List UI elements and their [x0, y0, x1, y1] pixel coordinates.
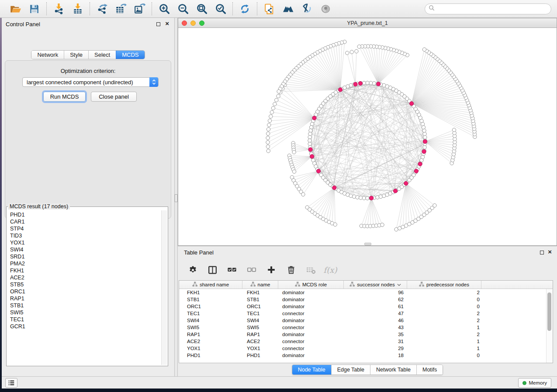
mcds-result-item[interactable]: TID3 [10, 232, 160, 239]
table-cell: 1 [407, 338, 481, 345]
float-window-icon[interactable] [540, 251, 544, 254]
import-table-icon[interactable] [72, 3, 83, 15]
mcds-result-item[interactable]: STB1 [10, 302, 160, 309]
table-cell: dominator [278, 289, 344, 296]
table-row[interactable]: ACE2ACE2connector311 [179, 338, 553, 345]
column-header-MCDS-role[interactable]: MCDS role [278, 281, 344, 289]
control-panel-tabs: NetworkStyleSelectMCDS [2, 50, 174, 59]
network-window-titlebar[interactable]: YPA_prune.txt_1 [178, 18, 557, 28]
refresh-icon[interactable] [239, 3, 251, 15]
hide-details-icon[interactable] [301, 3, 313, 15]
mcds-result-list: PHD1CAR1STP4TID3YOX1SWI4SRD1PMA2FKH1ACE2… [10, 211, 160, 364]
tab-network-table[interactable]: Network Table [370, 365, 416, 375]
vertical-splitter[interactable] [174, 18, 178, 376]
table-row[interactable]: SWI4SWI4dominator462 [179, 317, 553, 324]
tab-network[interactable]: Network [31, 51, 64, 59]
mcds-result-item[interactable]: GCR1 [10, 323, 160, 330]
zoom-out-icon[interactable] [177, 3, 189, 15]
float-window-icon[interactable] [156, 22, 160, 26]
mcds-result-item[interactable]: TEC1 [10, 316, 160, 323]
optimization-criterion-select[interactable]: largest connected component (undirected) [22, 77, 159, 87]
tab-mcds[interactable]: MCDS [116, 51, 144, 59]
table-row[interactable]: PHD1PHD1dominator180 [179, 352, 553, 359]
horizontal-splitter-handle[interactable] [364, 243, 371, 245]
binoculars-icon[interactable] [282, 3, 294, 15]
table-row[interactable]: YOX1YOX1connector291 [179, 345, 553, 352]
splitter-handle[interactable] [175, 194, 177, 202]
select-all-icon[interactable] [227, 265, 237, 275]
export-image-icon[interactable] [134, 3, 145, 15]
export-network-icon[interactable] [96, 3, 108, 15]
mcds-result-item[interactable]: SWI4 [10, 246, 160, 253]
table-scrollbar[interactable] [546, 289, 553, 363]
mcds-result-item[interactable]: PHD1 [10, 211, 160, 218]
zoom-fit-icon[interactable] [196, 3, 208, 15]
mcds-result-item[interactable]: STP4 [10, 225, 160, 232]
mcds-result-item[interactable]: STB5 [10, 281, 160, 288]
run-mcds-button[interactable]: Run MCDS [43, 92, 86, 102]
tab-node-table[interactable]: Node Table [292, 365, 331, 375]
search-box[interactable] [425, 3, 551, 14]
close-icon[interactable]: × [165, 20, 169, 28]
table-cell: 1 [407, 345, 481, 352]
table-row[interactable]: TEC1TEC1connector472 [179, 310, 553, 317]
mcds-result-item[interactable]: PMA2 [10, 260, 160, 267]
memory-button[interactable]: Memory [518, 378, 551, 388]
table-panel-title: Table Panel [184, 249, 214, 256]
column-header-name[interactable]: name [242, 281, 278, 289]
delete-icon[interactable] [286, 265, 296, 275]
table-row[interactable]: ORC1ORC1dominator610 [179, 303, 553, 310]
tab-style[interactable]: Style [64, 51, 88, 59]
zoom-in-icon[interactable] [158, 3, 170, 15]
control-panel-title: Control Panel [6, 21, 40, 28]
task-history-button[interactable] [5, 378, 17, 388]
mcds-result-item[interactable]: FKH1 [10, 267, 160, 274]
search-input[interactable] [437, 6, 547, 12]
table-row[interactable]: RAP1RAP1dominator352 [179, 331, 553, 338]
export-table-icon[interactable] [115, 3, 127, 15]
import-network-icon[interactable] [53, 3, 65, 15]
column-header-predecessor-nodes[interactable]: predecessor nodes [407, 281, 481, 289]
list-icon [7, 379, 15, 387]
columns-icon[interactable] [207, 265, 218, 275]
network-canvas[interactable] [178, 28, 557, 245]
table-cell: STB1 [179, 296, 242, 303]
tab-motifs[interactable]: Motifs [416, 365, 443, 375]
tree-icon [295, 282, 300, 288]
mcds-result-scrollbar[interactable] [161, 210, 167, 365]
tab-edge-table[interactable]: Edge Table [331, 365, 370, 375]
clone-network-icon[interactable] [263, 3, 275, 15]
close-panel-button[interactable]: Close panel [91, 92, 137, 102]
table-cell: 0 [407, 296, 481, 303]
mcds-result-item[interactable]: ACE2 [10, 274, 160, 281]
table-cell: TEC1 [179, 310, 242, 317]
mcds-result-item[interactable]: RAP1 [10, 295, 160, 302]
mcds-result-item[interactable]: SWI5 [10, 309, 160, 316]
control-panel-header: Control Panel × [2, 18, 174, 30]
show-details-icon[interactable] [320, 3, 332, 15]
table-row[interactable]: STB1STB1dominator620 [179, 296, 553, 303]
table-cell: RAP1 [242, 331, 278, 338]
open-folder-icon[interactable] [10, 3, 21, 15]
table-cell: 2 [407, 310, 481, 317]
table-row[interactable]: FKH1FKH1dominator962 [179, 289, 553, 296]
table-cell: YOX1 [242, 345, 278, 352]
mcds-result-item[interactable]: ORC1 [10, 288, 160, 295]
mcds-result-item[interactable]: YOX1 [10, 239, 160, 246]
close-icon[interactable]: × [548, 248, 552, 256]
table-row[interactable]: SWI5SWI5connector431 [179, 324, 553, 331]
gear-icon[interactable] [187, 265, 198, 275]
column-header-successor-nodes[interactable]: successor nodes [344, 281, 407, 289]
column-header-shared-name[interactable]: shared name [179, 281, 242, 289]
table-cell: dominator [278, 331, 344, 338]
search-icon [429, 5, 435, 13]
tab-select[interactable]: Select [88, 51, 116, 59]
mcds-result-item[interactable]: CAR1 [10, 218, 160, 225]
save-icon[interactable] [28, 3, 40, 15]
table-cell: PHD1 [179, 352, 242, 359]
deselect-all-icon[interactable] [246, 265, 257, 275]
add-icon[interactable] [266, 265, 277, 275]
mcds-result-item[interactable]: SRD1 [10, 253, 160, 260]
zoom-selected-icon[interactable] [214, 3, 226, 15]
scrollbar-thumb[interactable] [547, 292, 551, 331]
